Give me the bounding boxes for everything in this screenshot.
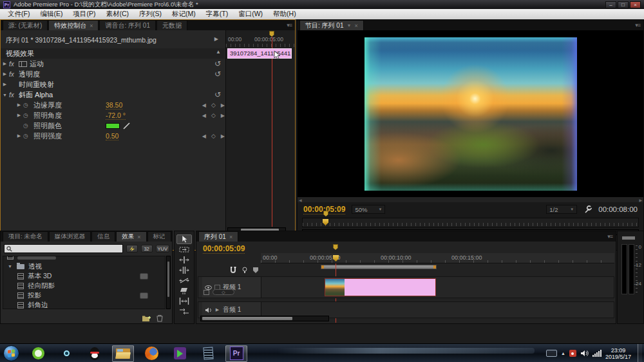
start-button[interactable] <box>3 345 19 361</box>
expand-icon[interactable]: ▶ <box>15 133 23 138</box>
set-display-style-icon[interactable] <box>204 290 209 295</box>
panel-menu-icon[interactable]: ▾≡ <box>632 22 643 28</box>
add-keyframe-button[interactable]: ◇ <box>211 133 216 139</box>
close-button[interactable]: × <box>630 1 641 8</box>
menu-window[interactable]: 窗口(W) <box>233 10 268 19</box>
speaker-icon[interactable] <box>205 307 212 313</box>
timeline-horizontal-scrollbar[interactable] <box>200 316 329 321</box>
tree-item-bevel-edges[interactable]: 斜角边 <box>3 300 165 309</box>
ripple-edit-tool[interactable] <box>176 255 192 265</box>
tab-close-icon[interactable]: × <box>137 234 140 240</box>
eyedropper-icon[interactable] <box>123 122 130 129</box>
lane-playhead-line[interactable] <box>272 37 272 227</box>
expand-icon[interactable]: ▶ <box>214 307 220 312</box>
lane-clip-bar[interactable]: 39107284_1411954415923_ <box>227 48 292 59</box>
effect-row-opacity[interactable]: ▶ fx 透明度 ↺ <box>1 69 225 79</box>
tree-folder-perspective[interactable]: ▼ 透视 <box>3 262 165 271</box>
menu-title[interactable]: 字幕(T) <box>201 10 233 19</box>
antivirus-tray-icon[interactable] <box>569 350 576 357</box>
timeline-timecode[interactable]: 00:00:05:09 <box>203 244 245 254</box>
light-intensity-value[interactable]: 0.50 <box>106 132 118 140</box>
timeline-ruler[interactable]: 00:00 00:00:05:00 00:00:10:00 00:00:15:0… <box>261 253 614 263</box>
expand-icon[interactable]: ▶ <box>15 102 23 108</box>
scroll-right-icon[interactable]: ▶ <box>639 198 642 202</box>
playback-resolution-select[interactable]: 1/2 ▼ <box>546 205 577 214</box>
light-color-swatch[interactable] <box>106 123 120 129</box>
panel-menu-icon[interactable]: ▾≡ <box>604 233 616 240</box>
stopwatch-icon[interactable]: ◷ <box>23 112 33 119</box>
razor-tool[interactable] <box>176 286 192 296</box>
menu-file[interactable]: 文件(F) <box>3 10 35 19</box>
tab-close-icon[interactable]: × <box>90 23 93 29</box>
snap-magnet-icon[interactable] <box>230 267 236 274</box>
track-select-tool[interactable] <box>176 245 192 254</box>
taskbar-purple-player-icon[interactable] <box>169 345 191 362</box>
expand-icon[interactable]: ▶ <box>1 71 9 77</box>
menu-sequence[interactable]: 序列(S) <box>134 10 167 19</box>
monitor-scroll-strip[interactable]: ◀ ▶ <box>298 196 643 202</box>
add-keyframe-button[interactable]: ◇ <box>211 112 216 119</box>
slip-tool[interactable] <box>176 296 192 306</box>
tab-effects[interactable]: 效果 × <box>116 231 146 242</box>
tab-effect-controls[interactable]: 特效控制台 × <box>48 20 99 30</box>
scroll-left-icon[interactable]: ◀ <box>299 198 302 202</box>
volume-icon[interactable] <box>580 350 589 357</box>
next-keyframe-button[interactable]: ▶ <box>221 113 225 119</box>
tree-row-clipped[interactable] <box>3 256 165 262</box>
tab-project[interactable]: 项目: 未命名 <box>3 231 48 242</box>
tree-item-basic-3d[interactable]: 基本 3D <box>3 271 165 281</box>
stopwatch-icon[interactable]: ◷ <box>23 102 33 108</box>
next-keyframe-button[interactable]: ▶ <box>221 102 225 108</box>
menu-marker[interactable]: 标记(M) <box>167 10 201 19</box>
fx-badge-icon[interactable]: fx <box>9 71 19 78</box>
light-angle-value[interactable]: -72.0 ° <box>106 111 126 120</box>
scrollbar-thumb[interactable] <box>167 262 169 297</box>
prev-keyframe-button[interactable]: ◀ <box>202 102 206 108</box>
rolling-edit-tool[interactable] <box>176 265 192 275</box>
zoom-level-select[interactable]: 50% ▼ <box>352 205 385 214</box>
tray-clock[interactable]: 23:09 2019/5/17 <box>605 347 634 360</box>
tab-media-browser[interactable]: 媒体浏览器 <box>49 231 91 242</box>
scrollbar-thumb[interactable] <box>202 317 292 320</box>
expand-icon[interactable]: ▶ <box>1 61 9 66</box>
marker-shield-icon[interactable] <box>253 267 258 273</box>
slide-tool[interactable] <box>176 307 192 316</box>
edge-thickness-value[interactable]: 38.50 <box>106 101 122 110</box>
tab-close-icon[interactable]: × <box>229 234 232 240</box>
network-signal-icon[interactable] <box>592 350 601 357</box>
prev-keyframe-button[interactable]: ◀ <box>202 133 206 139</box>
selection-tool[interactable] <box>176 234 192 244</box>
fx-badge-icon[interactable]: fx <box>9 91 19 99</box>
taskbar-explorer-icon[interactable] <box>112 345 134 362</box>
menu-help[interactable]: 帮助(H) <box>268 10 301 19</box>
keyframe-display-pill[interactable]: ◇ <box>213 289 234 295</box>
reset-effect-icon[interactable]: ↺ <box>214 90 221 99</box>
tree-item-radial-shadow[interactable]: 径向阴影 <box>3 281 165 291</box>
reset-effect-icon[interactable]: ↺ <box>214 59 221 68</box>
expand-icon[interactable]: ▶ <box>1 82 9 87</box>
timeline-clip[interactable] <box>325 278 436 296</box>
reset-effect-icon[interactable]: ↺ <box>214 70 221 79</box>
taskbar-firefox-icon[interactable] <box>140 345 162 362</box>
stopwatch-icon[interactable]: ◷ <box>23 122 33 129</box>
panel-menu-icon[interactable]: ▾≡ <box>283 22 295 28</box>
tab-metadata[interactable]: 元数据 <box>156 20 187 30</box>
taskbar-premiere-icon[interactable]: Pr <box>225 345 247 362</box>
timeline-playhead-marker[interactable] <box>333 244 338 250</box>
collapse-icon[interactable]: ▼ <box>7 264 13 269</box>
collapse-section-icon[interactable]: ▲ <box>216 49 221 55</box>
delete-trash-button[interactable] <box>156 314 163 322</box>
monitor-mini-timeline[interactable] <box>302 218 639 227</box>
effects-search-box[interactable] <box>4 244 123 253</box>
new-bin-button[interactable] <box>142 315 151 322</box>
tab-close-icon[interactable]: × <box>354 23 357 29</box>
tab-sequence-01[interactable]: 序列 01 × <box>198 231 238 242</box>
tree-vertical-scrollbar[interactable] <box>166 256 171 309</box>
keyframe-lane[interactable]: 00:00 00:00:05:00 39107284_1411954415923… <box>225 30 295 250</box>
taskbar-qq-icon[interactable] <box>84 345 106 362</box>
tree-item-drop-shadow[interactable]: 投影 <box>3 291 165 300</box>
taskbar-green-browser-icon[interactable] <box>27 345 49 362</box>
expand-icon[interactable]: ▶ <box>15 113 23 118</box>
badge-32bit[interactable]: 32 <box>141 245 153 252</box>
rate-stretch-tool[interactable] <box>176 276 192 285</box>
